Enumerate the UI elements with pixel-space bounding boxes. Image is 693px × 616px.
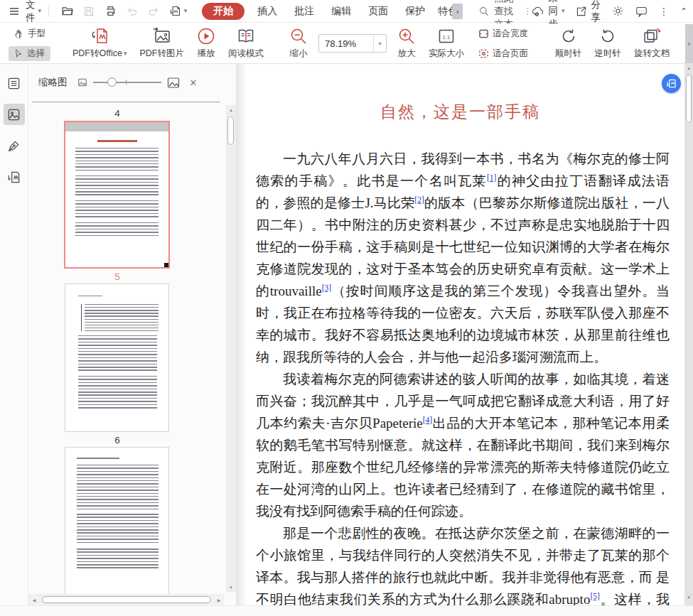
rotate-counterclockwise-button[interactable]: 逆时针 <box>588 27 628 60</box>
open-file-icon[interactable] <box>61 5 73 17</box>
thumbnail-text-block <box>77 514 159 545</box>
tab-features[interactable]: 特色功能 <box>434 3 452 20</box>
main-vertical-scrollbar[interactable]: ▲ ▼ <box>684 64 693 605</box>
document-paragraph: 我读着梅尔克的阿德索讲述的骇人听闻的故事，如临其境，着迷而兴奋；我沉醉其中，几乎… <box>256 368 670 522</box>
actual-size-label: 实际大小 <box>429 48 464 60</box>
tab-overflow-button[interactable]: › <box>452 4 463 19</box>
pdf-to-office-button[interactable]: PDF转Office▾ <box>66 27 133 60</box>
zoom-level-value <box>319 38 373 49</box>
page-label-5: 5 <box>28 271 206 282</box>
zoom-level-input[interactable]: ▾ <box>318 34 387 53</box>
feedback-comment-icon[interactable] <box>635 6 648 17</box>
annotation-panel-button[interactable] <box>4 135 25 156</box>
panel-horizontal-scrollbar[interactable]: ◀ ▶ <box>28 594 225 605</box>
document-title: 自然，这是一部手稿 <box>236 101 684 123</box>
close-panel-icon[interactable]: ✕ <box>190 77 198 88</box>
search-options-icon[interactable]: ⋮ <box>523 6 532 16</box>
chevron-down-icon: ▾ <box>38 8 42 14</box>
zoom-in-button[interactable]: 放大 <box>391 27 422 60</box>
scroll-up-icon[interactable]: ▲ <box>226 108 236 112</box>
divider <box>32 102 220 102</box>
reading-mode-label: 阅读模式 <box>228 48 264 60</box>
thumbnail-page-5-current[interactable] <box>64 121 170 269</box>
scroll-down-icon[interactable]: ▼ <box>684 595 693 600</box>
scroll-right-icon[interactable]: ▶ <box>213 598 225 603</box>
scroll-up-icon[interactable]: ▲ <box>684 66 693 70</box>
tab-protect[interactable]: 保护 <box>397 3 434 20</box>
actual-size-button[interactable]: 1:1 实际大小 <box>422 27 471 60</box>
quick-convert-float-button[interactable] <box>662 74 681 93</box>
thumbnail-resize-handle[interactable] <box>164 263 168 267</box>
more-options-icon[interactable]: ⋮ <box>659 6 669 17</box>
footnote-reference[interactable]: [3] <box>322 283 331 292</box>
rotate-document-icon <box>641 27 662 45</box>
reading-mode-button[interactable]: 阅读模式 <box>222 27 270 60</box>
footnote-reference[interactable]: [1] <box>487 173 496 182</box>
fit-page-button[interactable]: 适合页面 <box>473 46 533 61</box>
thumbnail-text-block <box>78 296 102 298</box>
zoom-dropdown-button[interactable]: ▾ <box>373 35 386 52</box>
collapse-ribbon-icon[interactable]: ⌃ <box>680 6 687 16</box>
panel-hscrollbar-thumb[interactable] <box>42 596 211 603</box>
export-panel-button[interactable] <box>4 166 25 188</box>
save-icon[interactable] <box>83 6 95 17</box>
thumbnail-image-icon <box>7 108 21 121</box>
thumbnail-text-block <box>75 200 159 219</box>
thumbnail-panel-header: 缩略图 ✕ <box>28 64 236 101</box>
scroll-left-icon[interactable]: ◀ <box>28 598 40 603</box>
tab-insert[interactable]: 插入 <box>249 3 286 20</box>
undo-icon[interactable] <box>127 6 138 17</box>
toolbar-overflow-button[interactable]: › <box>685 24 693 63</box>
play-button[interactable]: 播放 <box>190 27 222 60</box>
scroll-down-icon[interactable]: ▼ <box>226 585 236 590</box>
thumbnail-text-block <box>75 175 159 197</box>
thumbnail-page-7[interactable] <box>65 448 168 595</box>
rotate-document-button[interactable]: 旋转文档 <box>628 27 676 60</box>
footnote-reference[interactable]: [5] <box>590 592 599 600</box>
tab-comment[interactable]: 批注 <box>286 3 323 20</box>
thumbnail-panel-button[interactable] <box>4 104 25 125</box>
footnote-reference[interactable]: [4] <box>423 416 432 424</box>
page-label-6: 6 <box>28 435 206 445</box>
footnote-reference[interactable]: [2] <box>414 195 424 204</box>
thumbnail-size-slider[interactable] <box>93 77 161 87</box>
panel-scrollbar-thumb[interactable] <box>227 117 234 145</box>
pdf-to-image-button[interactable]: PDF转图片 <box>133 27 190 60</box>
document-view[interactable]: 自然，这是一部手稿 一九六八年八月六日，我得到一本书，书名为《梅尔克的修士阿德索… <box>236 64 684 605</box>
tab-edit[interactable]: 编辑 <box>323 3 360 20</box>
share-button[interactable]: 分享 <box>576 0 601 24</box>
chevron-down-icon: ▾ <box>562 8 565 14</box>
one-to-one-icon: 1:1 <box>437 27 456 45</box>
hamburger-menu-icon[interactable] <box>9 6 20 17</box>
hand-tool-label: 手型 <box>28 28 45 40</box>
tab-home[interactable]: 开始 <box>202 3 245 20</box>
play-label: 播放 <box>197 48 215 60</box>
rotate-clockwise-icon <box>559 27 578 45</box>
main-scrollbar-thumb[interactable] <box>686 75 692 123</box>
pdf-convert-icon[interactable]: ▾ <box>169 5 188 17</box>
settings-gear-icon[interactable] <box>612 5 624 17</box>
export-document-icon <box>7 171 21 184</box>
rotate-clockwise-button[interactable]: 顺时针 <box>549 27 589 60</box>
zoom-out-button[interactable]: 缩小 <box>283 27 314 60</box>
hand-tool-button[interactable]: 手型 <box>9 26 50 41</box>
svg-text:1:1: 1:1 <box>442 34 451 40</box>
share-label: 分享 <box>591 0 601 24</box>
panel-vertical-scrollbar[interactable]: ▲ ▼ <box>226 105 236 593</box>
thumbnail-page-6[interactable] <box>65 284 168 431</box>
document-paragraph: 那是一个悲剧性的夜晚。在抵达萨尔茨堡之前，在蒙德湖畔的一个小旅馆里，与我结伴同行… <box>256 522 670 616</box>
select-tool-button[interactable]: 选择 <box>9 46 50 61</box>
rotate-counterclockwise-label: 逆时针 <box>594 48 621 60</box>
slider-knob[interactable] <box>107 77 117 87</box>
zoom-in-label: 放大 <box>397 48 415 60</box>
redo-icon[interactable] <box>148 6 159 17</box>
fit-width-button[interactable]: 适合宽度 <box>473 26 533 41</box>
thumbnail-mini-title <box>97 140 137 142</box>
panel-title: 缩略图 <box>38 76 68 89</box>
document-paragraph: 一九六八年八月六日，我得到一本书，书名为《梅尔克的修士阿德索的手稿》。此书是一个… <box>256 148 670 368</box>
tab-page[interactable]: 页面 <box>360 3 397 20</box>
outline-panel-button[interactable] <box>4 72 25 94</box>
print-icon[interactable] <box>104 5 117 17</box>
cursor-arrow-icon <box>14 48 23 58</box>
file-menu-button[interactable]: 文件 ▾ <box>26 0 41 24</box>
